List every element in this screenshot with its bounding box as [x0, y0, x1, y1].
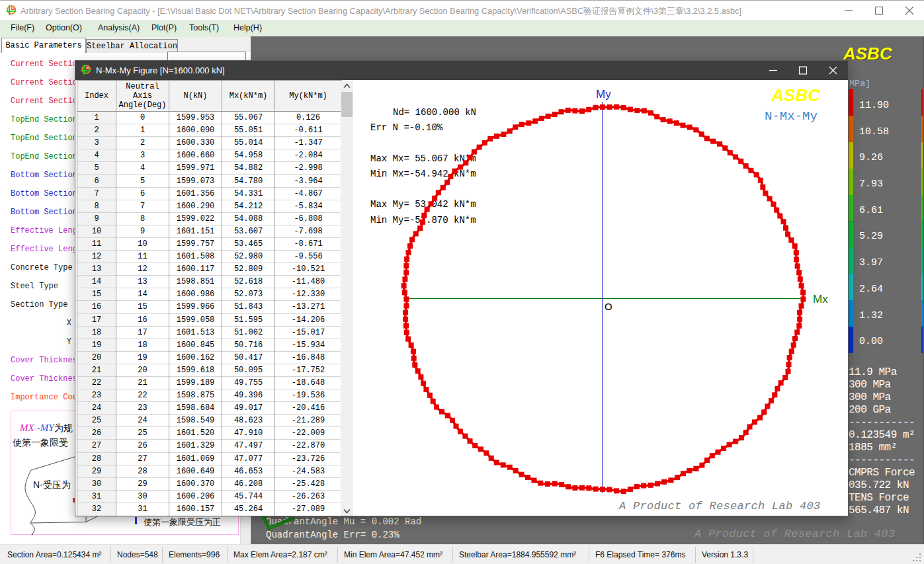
svg-text:N: N — [12, 7, 14, 10]
svg-text:N: N — [87, 66, 89, 69]
